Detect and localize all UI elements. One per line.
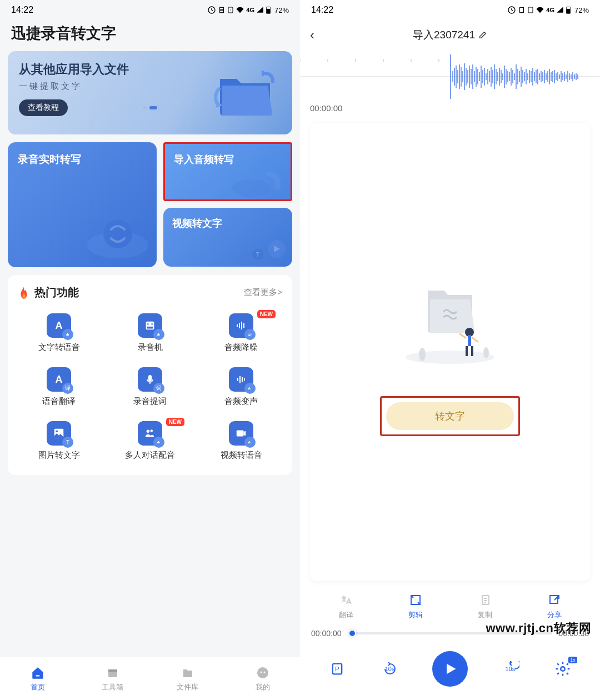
svg-marker-6 bbox=[262, 70, 267, 77]
detail-header: ‹ 导入2307241 bbox=[300, 20, 600, 50]
svg-text:P: P bbox=[335, 665, 339, 672]
see-more-link[interactable]: 查看更多> bbox=[244, 287, 282, 298]
new-badge: NEW bbox=[166, 418, 184, 426]
edit-icon[interactable] bbox=[478, 31, 487, 39]
battery-text: 72% bbox=[274, 6, 289, 14]
current-time: 00:00:00 bbox=[300, 101, 600, 115]
nav-tools[interactable]: 工具箱 bbox=[75, 657, 150, 700]
nav-mine[interactable]: 我的 bbox=[225, 657, 300, 700]
settings-button[interactable]: 1x bbox=[553, 659, 573, 679]
svg-rect-143 bbox=[550, 596, 558, 603]
svg-point-147 bbox=[561, 667, 565, 671]
svg-rect-40 bbox=[36, 675, 39, 676]
svg-rect-50 bbox=[566, 9, 570, 13]
svg-point-11 bbox=[232, 179, 271, 197]
svg-point-43 bbox=[257, 667, 268, 678]
playhead[interactable] bbox=[450, 54, 451, 99]
svg-rect-5 bbox=[266, 9, 270, 13]
time-current: 00:00:00 bbox=[311, 629, 342, 638]
status-bar: 14:22 4G 72% bbox=[300, 0, 600, 20]
svg-point-45 bbox=[263, 672, 265, 673]
action-edit[interactable]: 剪辑 bbox=[381, 592, 450, 620]
svg-point-19 bbox=[147, 323, 149, 325]
svg-point-10 bbox=[103, 219, 132, 248]
rewind-10s[interactable]: 10s bbox=[380, 659, 400, 679]
app-title: 迅捷录音转文字 bbox=[0, 20, 300, 51]
status-time: 14:22 bbox=[311, 5, 333, 15]
speed-badge: 1x bbox=[568, 657, 577, 663]
svg-rect-24 bbox=[241, 322, 242, 329]
feature-translate[interactable]: A译 语音翻译 bbox=[14, 363, 103, 411]
svg-rect-22 bbox=[237, 324, 238, 327]
bottom-nav: 首页 工具箱 文件库 我的 bbox=[0, 657, 300, 700]
file-title: 导入2307241 bbox=[413, 28, 475, 42]
action-share[interactable]: 分享 bbox=[519, 592, 589, 620]
import-banner[interactable]: 从其他应用导入文件 一键提取文字 查看教程 bbox=[8, 51, 292, 134]
play-controls: P 10s 10s 1x bbox=[300, 641, 600, 700]
svg-point-35 bbox=[56, 431, 58, 433]
feature-tts[interactable]: A 文字转语音 bbox=[14, 309, 103, 357]
svg-rect-21 bbox=[147, 327, 153, 329]
svg-rect-42 bbox=[108, 669, 117, 672]
feature-video-to-voice[interactable]: 视频转语音 bbox=[197, 417, 286, 465]
import-audio-card[interactable]: 导入音频转写 bbox=[163, 142, 292, 201]
status-time: 14:22 bbox=[11, 5, 33, 15]
svg-point-44 bbox=[260, 672, 262, 673]
action-translate: 翻译 bbox=[311, 592, 381, 620]
realtime-transcribe-card[interactable]: 录音实时转写 bbox=[8, 142, 157, 267]
svg-rect-47 bbox=[520, 7, 524, 12]
svg-rect-30 bbox=[237, 378, 238, 381]
feature-denoise[interactable]: NEW 音频降噪 bbox=[197, 309, 286, 357]
feature-dubbing[interactable]: NEW 多人对话配音 bbox=[106, 417, 194, 465]
svg-point-20 bbox=[151, 323, 153, 325]
svg-rect-29 bbox=[148, 375, 152, 382]
content-card: 转文字 bbox=[310, 123, 590, 581]
svg-point-139 bbox=[419, 348, 426, 361]
svg-point-37 bbox=[150, 429, 153, 432]
video-to-text-card[interactable]: 视频转文字 T bbox=[163, 208, 292, 267]
convert-button[interactable]: 转文字 bbox=[386, 402, 514, 430]
svg-text:T: T bbox=[256, 251, 260, 258]
svg-rect-31 bbox=[239, 376, 241, 383]
status-bar: 14:22 ! 4G 72% bbox=[0, 0, 300, 20]
action-copy: 复制 bbox=[450, 592, 519, 620]
svg-point-140 bbox=[483, 347, 489, 358]
svg-rect-32 bbox=[242, 377, 243, 382]
svg-rect-48 bbox=[528, 7, 533, 13]
progress-thumb[interactable] bbox=[348, 629, 356, 637]
carousel-dots bbox=[19, 106, 281, 109]
svg-rect-25 bbox=[243, 323, 244, 328]
hot-title-text: 热门功能 bbox=[34, 285, 79, 300]
empty-illustration bbox=[394, 268, 506, 368]
svg-text:!: ! bbox=[230, 8, 231, 12]
feature-teleprompter[interactable]: 词 录音提词 bbox=[106, 363, 194, 411]
svg-rect-23 bbox=[239, 323, 240, 328]
new-badge: NEW bbox=[257, 310, 276, 318]
svg-rect-137 bbox=[466, 346, 468, 356]
svg-marker-146 bbox=[447, 664, 456, 674]
forward-10s[interactable]: 10s bbox=[500, 659, 520, 679]
svg-rect-138 bbox=[471, 346, 473, 356]
hot-features: 热门功能 查看更多> A 文字转语音 录音机 NEW 音频降噪 A译 语音翻译 bbox=[8, 275, 292, 475]
list-button[interactable]: P bbox=[327, 659, 347, 679]
svg-rect-26 bbox=[248, 333, 252, 333]
svg-rect-27 bbox=[248, 334, 252, 334]
svg-point-134 bbox=[406, 351, 494, 364]
nav-home[interactable]: 首页 bbox=[0, 657, 75, 700]
svg-rect-33 bbox=[244, 378, 245, 381]
feature-ocr[interactable]: T 图片转文字 bbox=[14, 417, 103, 465]
svg-rect-28 bbox=[248, 335, 251, 336]
feature-voice-change[interactable]: 音频变声 bbox=[197, 363, 286, 411]
status-icons: 4G bbox=[507, 6, 571, 14]
feature-recorder[interactable]: 录音机 bbox=[106, 309, 194, 357]
waveform[interactable] bbox=[300, 54, 600, 99]
svg-point-12 bbox=[274, 183, 281, 189]
back-button[interactable]: ‹ bbox=[310, 27, 314, 43]
svg-rect-1 bbox=[220, 7, 224, 12]
watermark: www.rjtj.cn软荐网 bbox=[486, 620, 591, 637]
svg-rect-136 bbox=[468, 335, 471, 346]
convert-highlight: 转文字 bbox=[380, 396, 520, 436]
play-button[interactable] bbox=[432, 651, 468, 687]
flame-icon bbox=[18, 286, 30, 300]
nav-files[interactable]: 文件库 bbox=[150, 657, 225, 700]
